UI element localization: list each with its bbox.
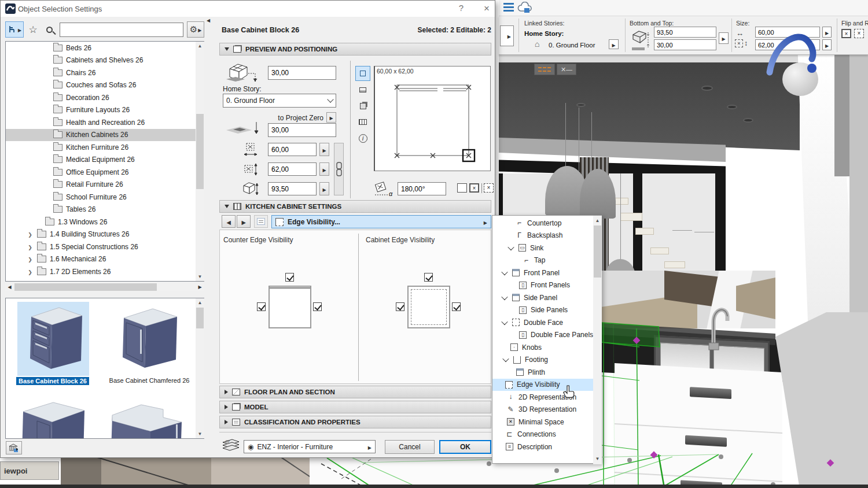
menu-scroll-up[interactable] — [593, 216, 602, 225]
cabinet-top-checkbox[interactable] — [424, 273, 433, 282]
top-elevation-input[interactable] — [268, 66, 336, 80]
size-depth-field[interactable] — [755, 39, 820, 50]
tree-scroll-up[interactable] — [196, 42, 204, 50]
menu-item[interactable]: ⌐ Countertop — [492, 217, 593, 230]
favorites-button[interactable] — [26, 21, 40, 38]
tree-scrollbar-thumb[interactable] — [196, 114, 204, 189]
tree-item[interactable]: 1.4 Building Structures 26 — [6, 228, 204, 241]
menu-item[interactable]: ▯ Double Face Panels — [492, 329, 593, 342]
menu-item[interactable]: Double Face — [492, 316, 593, 329]
tree-hscrollbar-thumb[interactable] — [14, 283, 157, 291]
preview-mode-plan[interactable] — [355, 66, 370, 81]
preview-mode-section[interactable] — [355, 114, 370, 130]
infobox-overflow-button[interactable] — [500, 25, 514, 46]
preview-pane[interactable]: 60,00 x 62,00 — [374, 66, 491, 171]
chevron-down-icon[interactable] — [501, 319, 507, 325]
bottom-elevation-input[interactable] — [268, 123, 336, 137]
tree-item[interactable]: 1.5 Special Constructions 26 — [6, 241, 204, 253]
tree-item[interactable]: 1.6 Mechanical 26 — [6, 253, 204, 266]
settings-menu-button[interactable] — [187, 21, 204, 38]
section-classification[interactable]: CLASSIFICATION AND PROPERTIES — [219, 416, 491, 428]
thumbnail-corner-cabinet[interactable] — [17, 398, 89, 438]
menu-item[interactable]: ▯ Front Panels — [492, 279, 593, 292]
menu-item[interactable]: ✎ 3D Representation — [492, 404, 593, 416]
tree-scroll-down[interactable] — [196, 272, 204, 281]
width-input[interactable] — [268, 143, 317, 156]
marquee-tool-button[interactable] — [534, 64, 555, 75]
tree-item[interactable]: Decoration 26 — [6, 91, 204, 104]
tree-item[interactable]: Furniture Layouts 26 — [6, 104, 204, 117]
cabinet-left-checkbox[interactable] — [396, 302, 404, 311]
tree-scroll-right[interactable] — [196, 283, 204, 291]
ok-button[interactable]: OK — [439, 440, 491, 454]
tree-item[interactable]: Health and Recreation 26 — [6, 116, 204, 129]
home-story-select[interactable]: 0. Ground Floor — [223, 94, 336, 108]
to-project-zero-menu[interactable] — [326, 112, 336, 123]
scissors-tool-button[interactable]: ✕— — [557, 64, 576, 75]
chevron-down-icon[interactable] — [501, 294, 507, 300]
viewpoint-panel[interactable]: iewpoi — [0, 461, 59, 480]
height-input[interactable] — [268, 182, 317, 195]
transfer-settings-button[interactable] — [254, 215, 268, 228]
mirror-on-button[interactable]: × — [469, 183, 479, 193]
tree-item[interactable]: Beds 26 — [6, 42, 204, 54]
prev-page-button[interactable] — [222, 215, 236, 228]
section-kitchen-cabinet-settings[interactable]: KITCHEN CABINET SETTINGS — [219, 200, 491, 213]
section-model[interactable]: MODEL — [219, 401, 491, 413]
tree-item[interactable]: Couches and Sofas 26 — [6, 79, 204, 92]
menu-scroll-down[interactable] — [593, 454, 602, 463]
mirror-dashed-button[interactable]: × — [484, 183, 494, 193]
section-preview-positioning[interactable]: PREVIEW AND POSITIONING — [219, 43, 491, 56]
tree-item[interactable]: Chairs 26 — [6, 66, 204, 79]
chain-link-control[interactable] — [334, 143, 344, 195]
dialog-titlebar[interactable]: Object Selection Settings ? × — [1, 1, 495, 17]
thumbnail-base-cabinet-chamfered[interactable] — [108, 302, 189, 376]
tree-item[interactable]: Tables 26 — [6, 204, 204, 216]
menu-item[interactable]: ⌐ Tap — [492, 254, 593, 267]
thumbnail-label-second[interactable]: Base Cabinet Chamfered 26 — [109, 377, 190, 384]
expander-icon[interactable] — [27, 230, 34, 238]
thumbs-scroll-up[interactable] — [196, 298, 204, 307]
mirror-off-button[interactable] — [457, 183, 467, 193]
size-width-field[interactable] — [755, 27, 820, 38]
expander-icon[interactable] — [27, 268, 34, 276]
collapse-panel-arrow[interactable] — [207, 16, 210, 24]
tree-item[interactable]: 1.3 Windows 26 — [6, 216, 204, 228]
list-icon[interactable] — [503, 3, 514, 12]
search-input[interactable] — [60, 23, 183, 37]
bottom-elevation-field[interactable] — [654, 39, 716, 50]
top-elevation-field[interactable] — [654, 27, 716, 38]
cabinet-right-checkbox[interactable] — [452, 302, 461, 311]
depth-input[interactable] — [268, 162, 317, 176]
menu-item[interactable]: ⊏ Connections — [492, 428, 593, 441]
menu-item[interactable]: Front Panel — [492, 267, 593, 279]
cloud-icon[interactable] — [517, 2, 532, 14]
thumbs-scrollbar-thumb[interactable] — [196, 308, 204, 328]
menu-item[interactable]: · Knobs — [492, 341, 593, 354]
menu-item[interactable]: ▯ Side Panels — [492, 304, 593, 317]
tree-item[interactable]: Cabinets and Shelves 26 — [6, 54, 204, 67]
bottom-top-menu-button[interactable] — [719, 32, 729, 44]
menu-item[interactable]: ▭ Sink — [492, 242, 593, 254]
tree-scroll-left[interactable] — [5, 283, 14, 291]
size-d-menu-button[interactable] — [822, 39, 832, 50]
mirror-dashed-button[interactable]: × — [854, 29, 864, 38]
close-button[interactable]: × — [480, 3, 494, 14]
counter-right-checkbox[interactable] — [313, 302, 322, 311]
settings-page-dropdown[interactable]: Edge Visibility... — [271, 215, 491, 228]
counter-left-checkbox[interactable] — [257, 302, 266, 311]
preview-mode-info[interactable]: i — [355, 131, 370, 146]
chevron-down-icon[interactable] — [507, 244, 514, 250]
menu-item[interactable]: ↓ 2D Representation — [492, 391, 593, 404]
width-menu-button[interactable] — [319, 143, 329, 156]
cancel-button[interactable]: Cancel — [385, 440, 435, 454]
thumbnail-label-selected[interactable]: Base Cabinet Block 26 — [16, 377, 89, 385]
menu-item[interactable]: ≡ Description — [492, 441, 593, 453]
rotation-input[interactable] — [398, 182, 446, 195]
preview-mode-3d[interactable] — [355, 98, 370, 113]
chevron-down-icon[interactable] — [502, 356, 509, 362]
expander-icon[interactable] — [27, 255, 34, 263]
mirror-button[interactable]: × — [841, 29, 851, 38]
expander-icon[interactable] — [27, 243, 34, 251]
menu-item[interactable]: Edge Visibility — [492, 379, 593, 391]
